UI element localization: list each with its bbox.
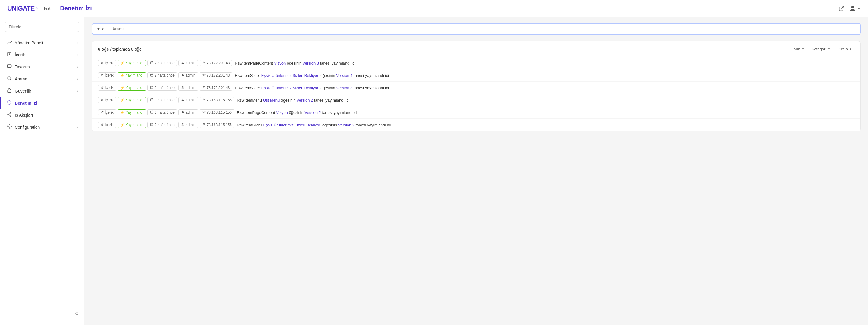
- sidebar-item-guvenlik[interactable]: Güvenlik ›: [0, 85, 84, 97]
- msg-middle: öğesinin: [320, 73, 336, 78]
- tag-action-label: Yayımlandı: [126, 86, 144, 90]
- msg-prefix: RswItemSlider: [235, 73, 261, 78]
- sort-btn-tarih[interactable]: Tarih▼: [789, 46, 807, 53]
- tag-action: ⚡ Yayımlandı: [118, 110, 146, 115]
- audit-message: RswItemSlider Eşsiz Ürünlerimiz Sizleri …: [237, 123, 855, 127]
- msg-item-link[interactable]: Eşsiz Ürünlerimiz Sizleri Bekliyor!: [263, 123, 321, 127]
- filter-dropdown-button[interactable]: ▼ ▾: [92, 24, 108, 34]
- sort-label: Tarih: [792, 47, 800, 51]
- header-right: ▼: [837, 4, 861, 13]
- msg-prefix: RswItemSlider: [237, 123, 263, 127]
- sort-controls: Tarih▼Kategori▼Sırala▼: [789, 46, 855, 53]
- tag-action-icon: ⚡: [120, 73, 124, 78]
- tag-user-label: admin: [186, 86, 195, 90]
- tag-action: ⚡ Yayımlandı: [118, 60, 146, 66]
- svg-rect-21: [150, 74, 153, 76]
- user-icon: [181, 98, 184, 102]
- tag-user-label: admin: [186, 110, 195, 115]
- tag-ip: 78.172.201.43: [199, 60, 233, 66]
- tag-ip-label: 78.163.115.155: [207, 123, 232, 127]
- management-icon: [7, 40, 12, 46]
- tag-category-label: İçerik: [105, 123, 114, 127]
- external-link-button[interactable]: [837, 4, 846, 13]
- msg-item-link[interactable]: Eşsiz Ürünlerimiz Sizleri Bekliyor!: [261, 86, 319, 90]
- nav-item-left: İş Akışları: [7, 112, 33, 118]
- audit-row: ↺ İçerik ⚡ Yayımlandı 3 hafta önce admin…: [92, 94, 861, 107]
- calendar-icon: [150, 98, 153, 102]
- nav-item-left: Tasarım: [7, 64, 30, 70]
- calendar-icon: [150, 61, 153, 65]
- msg-prefix: RswItemPageContent: [235, 61, 274, 65]
- tag-category: ↺ İçerik: [98, 97, 116, 103]
- tag-action: ⚡ Yayımlandı: [118, 97, 146, 103]
- svg-line-14: [9, 113, 10, 114]
- tag-category: ↺ İçerik: [98, 72, 116, 79]
- msg-version-link[interactable]: Version 2: [297, 98, 313, 102]
- calendar-icon: [150, 73, 153, 78]
- workflow-icon: [7, 112, 12, 118]
- tag-date-label: 3 hafta önce: [155, 98, 175, 102]
- sidebar-item-configuration[interactable]: Configuration ›: [0, 121, 84, 133]
- wifi-icon: [202, 123, 206, 127]
- msg-version-link[interactable]: Version 3: [303, 61, 319, 65]
- total-text: toplamda 6 öğe: [113, 47, 142, 52]
- tag-ip-label: 78.172.201.43: [207, 86, 230, 90]
- audit-row: ↺ İçerik ⚡ Yayımlandı 3 hafta önce admin…: [92, 107, 861, 119]
- sidebar-collapse-button[interactable]: «: [0, 306, 84, 320]
- msg-version-link[interactable]: Version 3: [336, 86, 352, 90]
- user-icon: [181, 61, 184, 65]
- audit-row: ↺ İçerik ⚡ Yayımlandı 2 hafta önce admin…: [92, 82, 861, 94]
- sidebar-item-is-akislari[interactable]: İş Akışları: [0, 109, 84, 121]
- nav-item-left: Güvenlik: [7, 88, 31, 94]
- user-icon: [181, 73, 184, 78]
- msg-version-link[interactable]: Version 4: [336, 73, 352, 78]
- user-icon: [181, 86, 184, 90]
- nav-chevron-icon: ›: [77, 65, 78, 69]
- filter-input[interactable]: [5, 22, 79, 32]
- sidebar-item-arama[interactable]: Arama ›: [0, 73, 84, 85]
- tag-category-icon: ↺: [101, 73, 104, 78]
- user-menu-button[interactable]: ▼: [849, 5, 861, 12]
- sort-btn-sırala[interactable]: Sırala▼: [835, 46, 855, 53]
- msg-item-link[interactable]: Vizyon: [276, 110, 288, 115]
- msg-version-link[interactable]: Version 2: [305, 110, 321, 115]
- tag-ip: 78.163.115.155: [199, 110, 235, 115]
- wifi-icon: [202, 110, 206, 115]
- sort-label: Kategori: [812, 47, 826, 51]
- nav-item-label: Tasarım: [15, 64, 30, 69]
- summary-row: 6 öğe / toplamda 6 öğe Tarih▼Kategori▼Sı…: [92, 41, 861, 57]
- sort-btn-kategori[interactable]: Kategori▼: [809, 46, 833, 53]
- sidebar-item-icerik[interactable]: İçerik ›: [0, 49, 84, 61]
- msg-suffix: tanesi yayımlandı idi: [320, 61, 355, 65]
- sidebar-item-tasarim[interactable]: Tasarım ›: [0, 61, 84, 73]
- nav-item-label: Configuration: [15, 125, 40, 130]
- tag-date: 3 hafta önce: [147, 110, 177, 115]
- tag-user: admin: [179, 85, 198, 91]
- msg-item-link[interactable]: Vizyon: [274, 61, 286, 65]
- page-title: Denetim İzi: [60, 5, 92, 12]
- msg-suffix: tanesi yayımlandı idi: [322, 110, 358, 115]
- tag-category-label: İçerik: [105, 110, 114, 115]
- nav-item-label: Güvenlik: [15, 89, 31, 93]
- search-input[interactable]: [108, 24, 860, 34]
- audit-message: RswItemSlider Eşsiz Ürünlerimiz Sizleri …: [235, 86, 855, 90]
- config-icon: [7, 124, 12, 130]
- audit-message: RswItemPageContent Vizyon öğesinin Versi…: [237, 110, 855, 115]
- msg-item-link[interactable]: Eşsiz Ürünlerimiz Sizleri Bekliyor!: [261, 73, 319, 78]
- sidebar-item-yonetim[interactable]: Yönetim Paneli ›: [0, 37, 84, 49]
- msg-middle: öğesinin: [289, 110, 304, 115]
- tag-date-label: 2 hafta önce: [155, 61, 175, 65]
- tag-action: ⚡ Yayımlandı: [118, 72, 146, 79]
- sidebar-item-denetim[interactable]: Denetim İzi: [0, 97, 84, 109]
- msg-item-link[interactable]: Üst Menü: [263, 98, 280, 102]
- msg-version-link[interactable]: Version 2: [338, 123, 354, 127]
- wifi-icon: [202, 61, 206, 65]
- summary-text: 6 öğe / toplamda 6 öğe: [98, 47, 142, 52]
- msg-middle: öğesinin: [287, 61, 303, 65]
- tag-category-icon: ↺: [101, 61, 104, 65]
- msg-prefix: RswItemSlider: [235, 86, 261, 90]
- nav-item-label: Arama: [15, 77, 27, 81]
- nav-item-label: Denetim İzi: [15, 101, 37, 106]
- tag-user-label: admin: [186, 73, 195, 78]
- layout: Yönetim Paneli › İçerik › Tasarım › Aram…: [0, 17, 868, 325]
